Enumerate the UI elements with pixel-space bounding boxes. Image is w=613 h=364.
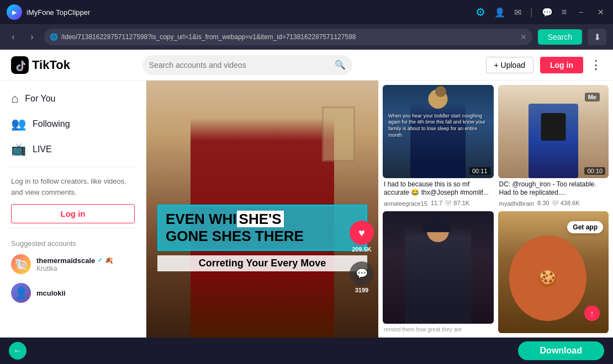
tiktok-logo-svg: [11, 56, 29, 74]
side-video-card-4[interactable]: 🍪 Get app ↑: [498, 211, 609, 333]
video-meta-1: annaleegrace15 11.7 🤍 87.1K: [383, 200, 494, 207]
live-icon: 📺: [11, 142, 26, 157]
emoji-badge-1: 🍂: [105, 256, 113, 264]
account-name-2: mculokii: [36, 289, 66, 297]
title-bar: ▶ iMyFone TopClipper ⚙ 👤 ✉ | 💬 ≡ − ✕: [0, 0, 613, 24]
app-body: ⌂ For You 👥 Following 📺 LIVE Log in to f…: [0, 81, 613, 338]
heart-icon-small-1: 🤍: [444, 200, 452, 206]
back-button[interactable]: ←: [9, 342, 27, 360]
account-info-1: themermaidscale ✓ 🍂 Krutika: [36, 256, 113, 272]
side-video-card-3[interactable]: remind them how great they are: [383, 211, 494, 333]
video-bottom-text: Correting Your Every Move: [157, 255, 367, 271]
suggested-account-1[interactable]: 🐚 themermaidscale ✓ 🍂 Krutika: [0, 250, 146, 279]
tiktok-search-input[interactable]: [149, 61, 330, 69]
feed-area: EVEN WHISHE'S GONE SHES THERE Correting …: [146, 81, 613, 338]
bottom-bar: ← Download: [0, 338, 613, 364]
sidebar-divider: [9, 167, 137, 167]
video-actions: ♥ 209.5K 💬 3199: [350, 221, 374, 293]
sidebar-label-for-you: For You: [25, 94, 55, 104]
back-arrow-icon: ←: [13, 346, 22, 356]
backpack-2: [541, 113, 566, 141]
side-video-card-1[interactable]: When you hear your toddler start coughin…: [383, 85, 494, 207]
user-icon[interactable]: 👤: [494, 7, 505, 18]
sidebar-label-live: LIVE: [33, 144, 52, 154]
side-video-card-2[interactable]: Me 00:10 DC: @rough_iron - Too relatable…: [498, 85, 609, 207]
hair-bun-1: [435, 86, 446, 97]
cookie-visual: 🍪: [509, 235, 586, 321]
tiktok-login-button[interactable]: Log in: [540, 57, 583, 73]
url-clear-button[interactable]: ✕: [520, 33, 527, 41]
video-text-overlay: EVEN WHISHE'S GONE SHES THERE Correting …: [157, 205, 367, 271]
more-options-button[interactable]: ⋮: [590, 58, 602, 72]
sidebar-item-live[interactable]: 📺 LIVE: [0, 137, 146, 162]
verified-badge-1: ✓: [97, 256, 103, 264]
suggested-account-2[interactable]: 👤 mculokii: [0, 279, 146, 307]
cookie-emoji: 🍪: [538, 269, 557, 287]
menu-icon[interactable]: ≡: [562, 7, 567, 17]
side-video-thumb-1: When you hear your toddler start coughin…: [383, 85, 494, 178]
home-icon: ⌂: [11, 92, 18, 106]
video-subtitle-2: GONE SHES THERE: [166, 228, 359, 245]
url-icon: 🌐: [50, 33, 58, 41]
heart-icon-small-2: 🤍: [551, 200, 559, 206]
account-info-2: mculokii: [36, 289, 66, 297]
sidebar-item-following[interactable]: 👥 Following: [0, 111, 146, 137]
get-app-badge[interactable]: Get app: [567, 221, 603, 233]
tiktok-search-box[interactable]: 🔍: [142, 55, 352, 75]
url-text: /ideo/7138162287571127598?is_copy_url=1&…: [61, 33, 517, 41]
address-bar: ‹ › 🌐 /ideo/7138162287571127598?is_copy_…: [0, 24, 613, 50]
video-subtitle-1: EVEN WHISHE'S: [166, 211, 359, 228]
titlebar-icons: ⚙ 👤 ✉ | 💬 ≡ − ✕: [475, 6, 606, 19]
back-nav-button[interactable]: ‹: [7, 32, 20, 42]
video-desc-1: I had to because this is so mf accurate …: [383, 180, 494, 197]
sidebar-item-for-you[interactable]: ⌂ For You: [0, 86, 146, 111]
heart-icon: ♥: [358, 227, 365, 239]
side-videos-grid: When you hear your toddler start coughin…: [378, 81, 613, 338]
like-count: 209.5K: [352, 246, 371, 253]
following-icon: 👥: [11, 117, 26, 131]
url-box: 🌐 /ideo/7138162287571127598?is_copy_url=…: [44, 29, 532, 45]
sidebar-suggested-title: Suggested accounts: [0, 233, 146, 250]
scroll-up-button[interactable]: ↑: [584, 306, 600, 321]
search-button[interactable]: Search: [538, 29, 582, 45]
avatar-2: 👤: [11, 283, 31, 303]
tiktok-header-right: + Upload Log in ⋮: [486, 57, 602, 73]
video-subtitle-box: EVEN WHISHE'S GONE SHES THERE: [157, 205, 367, 251]
video-likes-1: 11.7 🤍 87.1K: [431, 200, 469, 207]
minimize-button[interactable]: −: [575, 8, 586, 17]
sidebar-divider-2: [9, 228, 137, 228]
video-meta-2: myadhdbrain 8.30 🤍 438.6K: [498, 200, 609, 207]
forward-nav-button[interactable]: ›: [25, 32, 39, 42]
download-button[interactable]: Download: [518, 341, 604, 360]
separator: |: [530, 7, 533, 18]
download-icon-button[interactable]: ⬇: [588, 29, 606, 45]
video-author-1: annaleegrace15: [384, 200, 427, 207]
sidebar: ⌂ For You 👥 Following 📺 LIVE Log in to f…: [0, 81, 146, 338]
sidebar-login-button[interactable]: Log in: [11, 204, 135, 223]
tiktok-logo[interactable]: TikTok: [11, 56, 70, 74]
tiktok-search-icon: 🔍: [335, 60, 346, 70]
video-desc-3: remind them how great they are: [383, 326, 494, 333]
comment-action[interactable]: 💬 3199: [350, 261, 374, 293]
tiktok-logo-text: TikTok: [32, 58, 70, 72]
sidebar-login-prompt: Log in to follow creators, like videos, …: [0, 172, 146, 204]
app-logo: ▶: [7, 4, 22, 20]
download-arrow-icon: ⬇: [594, 32, 601, 42]
main-video: EVEN WHISHE'S GONE SHES THERE Correting …: [146, 81, 378, 338]
main-video-container[interactable]: EVEN WHISHE'S GONE SHES THERE Correting …: [146, 81, 378, 338]
video-subtitle-text2: SHE'S: [237, 211, 284, 227]
like-button[interactable]: ♥: [350, 221, 374, 245]
upload-button[interactable]: + Upload: [486, 57, 533, 73]
close-button[interactable]: ✕: [595, 8, 606, 17]
comment-count: 3199: [355, 287, 368, 293]
settings-icon[interactable]: ⚙: [475, 6, 485, 19]
video-desc-2: DC: @rough_iron - Too relatable. Had to …: [498, 180, 609, 197]
comment-button[interactable]: 💬: [350, 261, 374, 286]
chat-icon[interactable]: 💬: [542, 7, 553, 18]
like-action[interactable]: ♥ 209.5K: [350, 221, 374, 253]
sidebar-label-following: Following: [33, 119, 70, 129]
me-label: Me: [585, 93, 600, 101]
video-duration-1: 00:11: [469, 167, 490, 175]
mail-icon[interactable]: ✉: [514, 7, 521, 18]
avatar-1: 🐚: [11, 254, 31, 274]
